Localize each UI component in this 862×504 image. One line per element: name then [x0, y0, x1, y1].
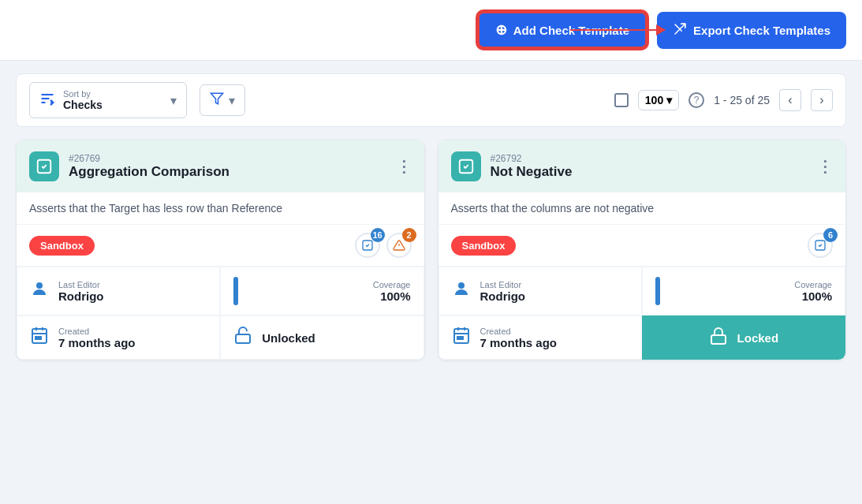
warnings-count-1: 2	[402, 228, 416, 242]
card-title-block-2: #26792 Not Negative	[491, 153, 808, 180]
created-cell-1: Created 7 months ago	[17, 315, 220, 360]
card-icon-1	[29, 151, 59, 181]
coverage-text-2: Coverage 100%	[670, 280, 832, 303]
editor-value-2: Rodrigo	[480, 289, 629, 303]
plus-circle-icon: ⊕	[495, 21, 507, 39]
svg-rect-25	[457, 337, 460, 339]
card-id-2: #26792	[491, 153, 808, 164]
created-label-2: Created	[480, 327, 629, 336]
sort-icon	[39, 91, 55, 110]
card-id-1: #26769	[69, 153, 386, 164]
export-check-templates-button[interactable]: Export Check Templates	[657, 12, 846, 49]
warnings-badge-1: 2	[386, 233, 412, 258]
svg-rect-15	[35, 337, 38, 339]
lock-value-1: Unlocked	[262, 331, 410, 345]
svg-point-10	[36, 282, 43, 289]
card-stats-1: Last Editor Rodrigo Coverage 100%	[17, 267, 424, 360]
lock-value-2: Locked	[737, 331, 779, 345]
editor-label-1: Last Editor	[58, 280, 207, 289]
card-title-block-1: #26769 Aggregation Comparison	[69, 153, 386, 180]
checks-badge-2: 6	[808, 233, 833, 258]
coverage-label-2: Coverage	[670, 280, 832, 289]
created-text-2: Created 7 months ago	[480, 327, 629, 349]
filter-button[interactable]: ▾	[200, 84, 245, 116]
svg-point-20	[458, 282, 465, 289]
export-button-label: Export Check Templates	[693, 24, 830, 37]
lock-cell-1: Unlocked	[220, 315, 424, 360]
calendar-icon-1	[30, 326, 49, 349]
last-editor-cell-1: Last Editor Rodrigo	[17, 267, 220, 315]
coverage-cell-1: Coverage 100%	[220, 267, 424, 315]
editor-value-1: Rodrigo	[58, 289, 207, 303]
page-size-chevron-icon: ▾	[666, 94, 672, 106]
svg-rect-17	[236, 334, 250, 343]
page-size-select[interactable]: 100 ▾	[638, 90, 679, 110]
sort-chevron-icon: ▾	[170, 93, 177, 108]
lock-text-1: Unlocked	[262, 331, 410, 345]
svg-rect-26	[461, 337, 463, 339]
card-header-1: #26769 Aggregation Comparison ⋮	[17, 140, 424, 192]
checks-count-1: 16	[371, 228, 385, 242]
card-title-2: Not Negative	[491, 164, 808, 180]
editor-icon-2	[452, 279, 471, 303]
created-label-1: Created	[58, 327, 207, 336]
arrow-annotation	[570, 29, 665, 31]
coverage-value-1: 100%	[248, 289, 410, 303]
svg-rect-27	[711, 335, 726, 344]
coverage-text-1: Coverage 100%	[248, 280, 410, 303]
card-not-negative: #26792 Not Negative ⋮ Asserts that the c…	[438, 140, 847, 360]
unlock-icon-1	[233, 326, 252, 349]
sort-label: Sort by	[63, 89, 103, 99]
card-badges-2: Sandbox 6	[438, 225, 846, 267]
coverage-cell-2: Coverage 100%	[642, 267, 845, 315]
card-badges-1: Sandbox 16	[17, 225, 424, 267]
card-header-2: #26792 Not Negative ⋮	[438, 140, 846, 192]
sort-select[interactable]: Sort by Checks ▾	[29, 82, 187, 118]
card-description-2: Asserts that the columns are not negativ…	[438, 192, 846, 225]
export-icon	[673, 22, 687, 39]
created-cell-2: Created 7 months ago	[438, 315, 642, 360]
coverage-bar-2	[655, 277, 660, 305]
page-size-value: 100	[645, 94, 663, 106]
checks-badge-1: 16	[355, 233, 380, 258]
card-menu-2[interactable]: ⋮	[817, 157, 833, 176]
badge-icons-1: 16 2	[355, 233, 412, 258]
created-value-2: 7 months ago	[480, 336, 629, 349]
created-text-1: Created 7 months ago	[58, 327, 207, 349]
editor-label-2: Last Editor	[480, 280, 629, 289]
card-menu-1[interactable]: ⋮	[396, 157, 412, 176]
pagination-info: 1 - 25 of 25	[714, 94, 770, 106]
lock-cell-2: Locked	[642, 315, 845, 360]
cards-grid: #26769 Aggregation Comparison ⋮ Asserts …	[16, 140, 846, 360]
card-icon-2	[451, 151, 481, 181]
sandbox-badge-2: Sandbox	[451, 236, 517, 256]
lock-icon-2	[709, 327, 728, 349]
badge-icons-2: 6	[808, 233, 833, 258]
coverage-bar-1	[233, 277, 238, 305]
svg-marker-5	[211, 93, 223, 104]
editor-text-1: Last Editor Rodrigo	[58, 280, 207, 303]
filter-icon	[210, 91, 224, 109]
filter-chevron-icon: ▾	[229, 93, 235, 108]
card-title-1: Aggregation Comparison	[69, 164, 386, 180]
sort-text-block: Sort by Checks	[63, 89, 103, 111]
card-description-1: Asserts that the Target has less row tha…	[17, 192, 424, 225]
toolbar-left: Sort by Checks ▾ ▾	[29, 82, 245, 118]
top-bar: ⊕ Add Check Template Export Check Templa…	[0, 0, 862, 61]
editor-icon-1	[30, 279, 49, 303]
coverage-label-1: Coverage	[248, 280, 410, 289]
last-editor-cell-2: Last Editor Rodrigo	[438, 267, 642, 315]
select-all-checkbox[interactable]	[614, 93, 629, 107]
sort-value: Checks	[63, 99, 103, 111]
next-page-button[interactable]: ›	[811, 89, 833, 111]
help-icon[interactable]: ?	[688, 92, 704, 108]
prev-page-button[interactable]: ‹	[779, 89, 801, 111]
editor-text-2: Last Editor Rodrigo	[480, 280, 629, 303]
toolbar: Sort by Checks ▾ ▾ 100 ▾ ? 1 - 2	[16, 73, 846, 127]
card-stats-2: Last Editor Rodrigo Coverage 100%	[438, 267, 846, 360]
checks-count-2: 6	[823, 228, 838, 242]
toolbar-right: 100 ▾ ? 1 - 25 of 25 ‹ ›	[614, 89, 833, 111]
svg-rect-16	[39, 337, 41, 339]
card-aggregation-comparison: #26769 Aggregation Comparison ⋮ Asserts …	[16, 140, 425, 360]
coverage-value-2: 100%	[670, 289, 832, 303]
